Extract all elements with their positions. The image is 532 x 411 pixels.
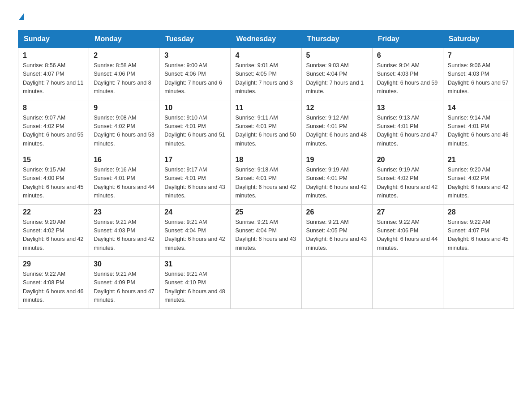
weekday-header-saturday: Saturday xyxy=(443,30,514,48)
calendar-cell: 17 Sunrise: 9:17 AM Sunset: 4:01 PM Dayl… xyxy=(160,152,231,205)
day-number: 9 xyxy=(94,104,155,112)
logo-triangle-icon xyxy=(19,13,24,20)
calendar-cell: 27 Sunrise: 9:22 AM Sunset: 4:06 PM Dayl… xyxy=(372,204,443,257)
day-number: 13 xyxy=(377,104,438,112)
weekday-header-sunday: Sunday xyxy=(18,30,89,48)
day-number: 30 xyxy=(94,260,155,268)
calendar-cell: 31 Sunrise: 9:21 AM Sunset: 4:10 PM Dayl… xyxy=(160,257,231,309)
day-number: 20 xyxy=(377,156,438,164)
day-number: 5 xyxy=(306,51,368,60)
day-info: Sunrise: 9:19 AM Sunset: 4:01 PM Dayligh… xyxy=(306,166,368,201)
day-info: Sunrise: 9:15 AM Sunset: 4:00 PM Dayligh… xyxy=(23,166,84,201)
calendar-cell: 20 Sunrise: 9:19 AM Sunset: 4:02 PM Dayl… xyxy=(372,152,443,205)
weekday-header-friday: Friday xyxy=(372,30,443,48)
day-info: Sunrise: 9:01 AM Sunset: 4:05 PM Dayligh… xyxy=(235,61,296,96)
week-row-3: 15 Sunrise: 9:15 AM Sunset: 4:00 PM Dayl… xyxy=(18,152,514,205)
day-number: 10 xyxy=(164,104,226,112)
calendar-cell xyxy=(443,257,514,309)
day-info: Sunrise: 9:08 AM Sunset: 4:02 PM Dayligh… xyxy=(94,114,155,149)
week-row-4: 22 Sunrise: 9:20 AM Sunset: 4:02 PM Dayl… xyxy=(18,204,514,257)
calendar-cell: 4 Sunrise: 9:01 AM Sunset: 4:05 PM Dayli… xyxy=(231,48,301,100)
day-info: Sunrise: 9:06 AM Sunset: 4:03 PM Dayligh… xyxy=(448,61,509,96)
day-number: 6 xyxy=(377,51,438,60)
day-info: Sunrise: 9:10 AM Sunset: 4:01 PM Dayligh… xyxy=(164,114,226,149)
day-number: 26 xyxy=(306,208,368,216)
day-info: Sunrise: 9:21 AM Sunset: 4:10 PM Dayligh… xyxy=(164,270,226,305)
week-row-1: 1 Sunrise: 8:56 AM Sunset: 4:07 PM Dayli… xyxy=(18,48,514,100)
day-number: 29 xyxy=(23,260,84,268)
calendar-cell: 30 Sunrise: 9:21 AM Sunset: 4:09 PM Dayl… xyxy=(89,257,160,309)
calendar-cell: 7 Sunrise: 9:06 AM Sunset: 4:03 PM Dayli… xyxy=(443,48,514,100)
day-info: Sunrise: 8:56 AM Sunset: 4:07 PM Dayligh… xyxy=(23,61,84,96)
day-number: 28 xyxy=(448,208,509,216)
weekday-header-tuesday: Tuesday xyxy=(160,30,231,48)
calendar-cell: 26 Sunrise: 9:21 AM Sunset: 4:05 PM Dayl… xyxy=(301,204,372,257)
day-info: Sunrise: 8:58 AM Sunset: 4:06 PM Dayligh… xyxy=(94,61,155,96)
day-number: 21 xyxy=(448,156,509,164)
day-info: Sunrise: 9:21 AM Sunset: 4:05 PM Dayligh… xyxy=(306,218,368,253)
day-number: 17 xyxy=(164,156,226,164)
day-number: 24 xyxy=(164,208,226,216)
day-number: 25 xyxy=(235,208,296,216)
day-info: Sunrise: 9:18 AM Sunset: 4:01 PM Dayligh… xyxy=(235,166,296,201)
day-number: 7 xyxy=(448,51,509,60)
calendar-cell xyxy=(231,257,301,309)
day-info: Sunrise: 9:13 AM Sunset: 4:01 PM Dayligh… xyxy=(377,114,438,149)
day-number: 12 xyxy=(306,104,368,112)
calendar-cell: 5 Sunrise: 9:03 AM Sunset: 4:04 PM Dayli… xyxy=(301,48,372,100)
weekday-header-monday: Monday xyxy=(89,30,160,48)
calendar-cell: 11 Sunrise: 9:11 AM Sunset: 4:01 PM Dayl… xyxy=(231,100,301,152)
day-info: Sunrise: 9:21 AM Sunset: 4:04 PM Dayligh… xyxy=(235,218,296,253)
calendar-cell: 2 Sunrise: 8:58 AM Sunset: 4:06 PM Dayli… xyxy=(89,48,160,100)
day-number: 4 xyxy=(235,51,296,60)
day-number: 23 xyxy=(94,208,155,216)
day-info: Sunrise: 9:07 AM Sunset: 4:02 PM Dayligh… xyxy=(23,114,84,149)
logo-area xyxy=(18,13,24,21)
day-info: Sunrise: 9:21 AM Sunset: 4:09 PM Dayligh… xyxy=(94,270,155,305)
day-info: Sunrise: 9:21 AM Sunset: 4:04 PM Dayligh… xyxy=(164,218,226,253)
calendar-cell: 22 Sunrise: 9:20 AM Sunset: 4:02 PM Dayl… xyxy=(18,204,89,257)
day-info: Sunrise: 9:04 AM Sunset: 4:03 PM Dayligh… xyxy=(377,61,438,96)
day-info: Sunrise: 9:22 AM Sunset: 4:08 PM Dayligh… xyxy=(23,270,84,305)
calendar-cell xyxy=(372,257,443,309)
page-header xyxy=(18,13,514,21)
calendar-cell: 14 Sunrise: 9:14 AM Sunset: 4:01 PM Dayl… xyxy=(443,100,514,152)
day-info: Sunrise: 9:16 AM Sunset: 4:01 PM Dayligh… xyxy=(94,166,155,201)
day-info: Sunrise: 9:11 AM Sunset: 4:01 PM Dayligh… xyxy=(235,114,296,149)
day-number: 2 xyxy=(94,51,155,60)
day-number: 22 xyxy=(23,208,84,216)
weekday-header-wednesday: Wednesday xyxy=(231,30,301,48)
day-number: 1 xyxy=(23,51,84,60)
calendar-cell xyxy=(301,257,372,309)
calendar-cell: 29 Sunrise: 9:22 AM Sunset: 4:08 PM Dayl… xyxy=(18,257,89,309)
calendar-cell: 9 Sunrise: 9:08 AM Sunset: 4:02 PM Dayli… xyxy=(89,100,160,152)
day-number: 8 xyxy=(23,104,84,112)
week-row-5: 29 Sunrise: 9:22 AM Sunset: 4:08 PM Dayl… xyxy=(18,257,514,309)
calendar-cell: 1 Sunrise: 8:56 AM Sunset: 4:07 PM Dayli… xyxy=(18,48,89,100)
day-info: Sunrise: 9:22 AM Sunset: 4:07 PM Dayligh… xyxy=(448,218,509,253)
week-row-2: 8 Sunrise: 9:07 AM Sunset: 4:02 PM Dayli… xyxy=(18,100,514,152)
calendar-cell: 24 Sunrise: 9:21 AM Sunset: 4:04 PM Dayl… xyxy=(160,204,231,257)
day-number: 18 xyxy=(235,156,296,164)
calendar-cell: 25 Sunrise: 9:21 AM Sunset: 4:04 PM Dayl… xyxy=(231,204,301,257)
day-number: 16 xyxy=(94,156,155,164)
day-info: Sunrise: 9:03 AM Sunset: 4:04 PM Dayligh… xyxy=(306,61,368,96)
calendar-cell: 12 Sunrise: 9:12 AM Sunset: 4:01 PM Dayl… xyxy=(301,100,372,152)
calendar-cell: 28 Sunrise: 9:22 AM Sunset: 4:07 PM Dayl… xyxy=(443,204,514,257)
day-info: Sunrise: 9:14 AM Sunset: 4:01 PM Dayligh… xyxy=(448,114,509,149)
calendar-cell: 16 Sunrise: 9:16 AM Sunset: 4:01 PM Dayl… xyxy=(89,152,160,205)
calendar-cell: 6 Sunrise: 9:04 AM Sunset: 4:03 PM Dayli… xyxy=(372,48,443,100)
day-info: Sunrise: 9:20 AM Sunset: 4:02 PM Dayligh… xyxy=(448,166,509,201)
day-number: 31 xyxy=(164,260,226,268)
day-number: 14 xyxy=(448,104,509,112)
day-number: 19 xyxy=(306,156,368,164)
calendar-cell: 13 Sunrise: 9:13 AM Sunset: 4:01 PM Dayl… xyxy=(372,100,443,152)
day-info: Sunrise: 9:20 AM Sunset: 4:02 PM Dayligh… xyxy=(23,218,84,253)
weekday-header-thursday: Thursday xyxy=(301,30,372,48)
calendar-cell: 3 Sunrise: 9:00 AM Sunset: 4:06 PM Dayli… xyxy=(160,48,231,100)
day-info: Sunrise: 9:21 AM Sunset: 4:03 PM Dayligh… xyxy=(94,218,155,253)
calendar-cell: 18 Sunrise: 9:18 AM Sunset: 4:01 PM Dayl… xyxy=(231,152,301,205)
day-info: Sunrise: 9:00 AM Sunset: 4:06 PM Dayligh… xyxy=(164,61,226,96)
day-number: 27 xyxy=(377,208,438,216)
calendar-cell: 23 Sunrise: 9:21 AM Sunset: 4:03 PM Dayl… xyxy=(89,204,160,257)
